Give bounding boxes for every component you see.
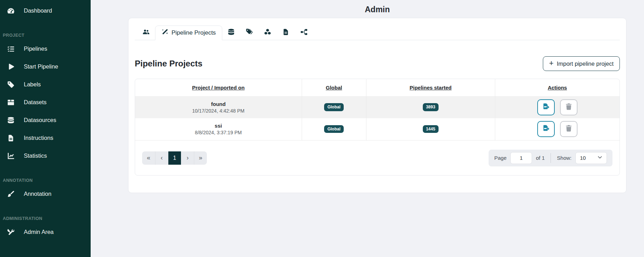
heading-row: Pipeline Projects + Import pipeline proj… <box>135 56 620 71</box>
export-project-button[interactable] <box>537 99 555 115</box>
column-header-pipelines-started[interactable]: Pipelines started <box>366 79 495 96</box>
table-header-row: Project / Imported on Global Pipelines s… <box>135 79 620 96</box>
tachometer-icon <box>6 7 15 15</box>
users-icon <box>142 28 150 37</box>
tab-users[interactable] <box>137 26 155 40</box>
projects-table-container: Project / Imported on Global Pipelines s… <box>135 79 620 176</box>
main-content: Admin Pipeline Projects <box>91 0 644 257</box>
sidebar-section-annotation: ANNOTATION <box>0 172 91 185</box>
sidebar-item-label: Statistics <box>24 152 47 159</box>
sidebar-item-label: Start Pipeline <box>24 63 58 70</box>
database-icon <box>227 28 235 37</box>
pipelines-started-cell: 3893 <box>366 96 495 118</box>
admin-tabs: Pipeline Projects <box>135 26 620 40</box>
sidebar-item-statistics[interactable]: Statistics <box>0 147 91 165</box>
paint-brush-icon <box>6 190 15 198</box>
tab-pipelines[interactable] <box>295 26 313 40</box>
pipelines-started-badge: 3893 <box>423 103 439 111</box>
page-size-select[interactable]: 10 <box>575 152 607 164</box>
actions-cell <box>495 96 620 118</box>
sidebar-item-label: Annotation <box>24 191 51 197</box>
project-cell: found 10/17/2024, 4:42:48 PM <box>135 96 302 118</box>
wand-magic-icon <box>161 29 168 37</box>
tools-icon <box>6 228 15 236</box>
sidebar-item-label: Admin Area <box>24 229 54 235</box>
tab-labels[interactable] <box>240 26 259 40</box>
tab-datasources[interactable] <box>222 26 240 40</box>
sidebar-item-start-pipeline[interactable]: Start Pipeline <box>0 58 91 76</box>
box-icon <box>6 98 15 107</box>
sidebar-item-instructions[interactable]: Instructions <box>0 129 91 147</box>
tag-icon <box>6 80 15 89</box>
global-cell: Global <box>302 96 366 118</box>
table-row: found 10/17/2024, 4:42:48 PM Global 3893 <box>135 96 620 118</box>
file-icon <box>6 134 15 142</box>
sidebar-item-label: Instructions <box>24 135 53 141</box>
project-cell: ssi 8/8/2024, 3:37:19 PM <box>135 118 302 140</box>
global-cell: Global <box>302 118 366 140</box>
sidebar-item-label: Datasources <box>24 117 56 123</box>
sidebar-item-label: Labels <box>24 81 41 88</box>
next-page-button[interactable]: › <box>181 151 194 165</box>
imported-on: 8/8/2024, 3:37:19 PM <box>138 130 299 135</box>
tab-label: Pipeline Projects <box>172 29 216 36</box>
sidebar-item-label: Pipelines <box>24 45 47 52</box>
file-export-icon <box>542 103 550 112</box>
tab-datasets[interactable] <box>259 26 277 40</box>
sidebar-item-datasources[interactable]: Datasources <box>0 111 91 129</box>
pipelines-started-badge: 1445 <box>423 125 439 133</box>
sidebar-item-pipelines[interactable]: Pipelines <box>0 40 91 58</box>
column-header-actions[interactable]: Actions <box>495 79 620 96</box>
current-page-button[interactable]: 1 <box>168 151 181 165</box>
plus-icon: + <box>549 59 554 67</box>
page-title: Admin <box>128 5 626 14</box>
trash-icon <box>565 103 573 112</box>
export-project-button[interactable] <box>537 121 555 137</box>
import-pipeline-project-button[interactable]: + Import pipeline project <box>543 56 620 71</box>
pager: « ‹ 1 › » <box>142 151 207 165</box>
cubes-icon <box>264 28 271 37</box>
play-icon <box>6 63 15 71</box>
pipelines-started-cell: 1445 <box>366 118 495 140</box>
import-button-label: Import pipeline project <box>557 60 614 67</box>
divider <box>551 153 551 163</box>
last-page-button[interactable]: » <box>194 151 207 165</box>
of-label: of 1 <box>536 155 545 161</box>
global-badge: Global <box>324 125 343 133</box>
column-header-global[interactable]: Global <box>302 79 366 96</box>
database-icon <box>6 116 15 124</box>
project-name: found <box>138 101 299 107</box>
tab-instructions[interactable] <box>277 26 295 40</box>
file-export-icon <box>542 124 550 134</box>
tab-pipeline-projects[interactable]: Pipeline Projects <box>155 26 222 40</box>
page-label: Page <box>494 155 506 161</box>
delete-project-button[interactable] <box>560 121 578 137</box>
pagination-bar: « ‹ 1 › » Page of 1 Show: 10 <box>135 141 620 175</box>
sidebar-item-labels[interactable]: Labels <box>0 76 91 93</box>
sidebar-item-dashboard[interactable]: Dashboard <box>0 2 91 20</box>
admin-card: Pipeline Projects <box>128 18 626 193</box>
delete-project-button[interactable] <box>560 99 578 115</box>
page-number-input[interactable] <box>510 152 532 164</box>
prev-page-button[interactable]: ‹ <box>155 151 168 165</box>
project-name: ssi <box>138 123 299 129</box>
sidebar-section-project: PROJECT <box>0 27 91 40</box>
sidebar-item-admin-area[interactable]: Admin Area <box>0 223 91 241</box>
file-icon <box>282 28 289 37</box>
sidebar-section-administration: ADMINISTRATION <box>0 210 91 223</box>
tags-icon <box>246 28 253 37</box>
sidebar-item-annotation[interactable]: Annotation <box>0 185 91 203</box>
column-header-project[interactable]: Project / Imported on <box>135 79 302 96</box>
sidebar-item-datasets[interactable]: Datasets <box>0 93 91 111</box>
chevron-down-icon <box>597 155 602 161</box>
show-label: Show: <box>557 155 572 161</box>
sidebar-item-label: Datasets <box>24 99 47 106</box>
actions-cell <box>495 118 620 140</box>
imported-on: 10/17/2024, 4:42:48 PM <box>138 108 299 114</box>
page-size-value: 10 <box>580 155 586 161</box>
table-row: ssi 8/8/2024, 3:37:19 PM Global 1445 <box>135 118 620 140</box>
first-page-button[interactable]: « <box>142 151 155 165</box>
list-check-icon <box>6 45 15 53</box>
trash-icon <box>565 124 573 134</box>
global-badge: Global <box>324 103 343 111</box>
